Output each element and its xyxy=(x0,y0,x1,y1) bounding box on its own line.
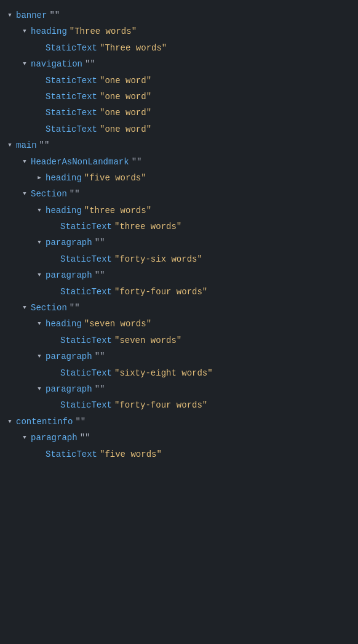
section2-para2-type: paragraph xyxy=(46,382,92,396)
banner-navigation-value: "" xyxy=(85,57,95,71)
section2-para1-node[interactable]: paragraph "" xyxy=(0,348,358,364)
nav-st1-type: StaticText xyxy=(46,74,97,87)
section1-para2-st-value: "forty-four words" xyxy=(114,285,207,299)
section2-para1-st-type: StaticText xyxy=(60,366,112,380)
section1-heading-value: "three words" xyxy=(84,204,151,217)
section1-para1-st-value: "forty-six words" xyxy=(114,252,202,266)
nav-st2-value: "one word" xyxy=(100,90,151,103)
contentinfo-para-st-type: StaticText xyxy=(46,448,97,461)
nav-st4-type: StaticText xyxy=(46,123,97,136)
banner-navigation-toggle[interactable] xyxy=(20,59,30,69)
section2-para2-st-value: "forty-four words" xyxy=(114,398,207,412)
section-1-node[interactable]: Section "" xyxy=(0,186,358,202)
section1-heading-statictext: StaticText "three words" xyxy=(0,219,358,235)
banner-navigation-type: navigation xyxy=(31,57,82,71)
banner-heading-statictext-node: StaticText "Three words" xyxy=(0,40,358,56)
section2-heading-st-value: "seven words" xyxy=(114,334,181,347)
contentinfo-para-statictext: StaticText "five words" xyxy=(0,446,358,462)
section2-para1-st-value: "sixty-eight words" xyxy=(114,366,213,380)
section1-heading-st-value: "three words" xyxy=(114,220,181,233)
section2-para2-toggle[interactable] xyxy=(34,384,44,394)
section2-heading-st-type: StaticText xyxy=(60,334,112,347)
contentinfo-para-node[interactable]: paragraph "" xyxy=(0,430,358,446)
section2-heading-toggle[interactable] xyxy=(34,320,44,329)
banner-toggle[interactable] xyxy=(5,10,15,20)
section1-para2-type: paragraph xyxy=(46,268,92,282)
banner-navigation-node[interactable]: navigation "" xyxy=(0,56,358,72)
banner-heading-value: "Three words" xyxy=(70,25,137,38)
nav-statictext-3: StaticText "one word" xyxy=(0,105,358,121)
section1-heading-toggle[interactable] xyxy=(34,206,44,215)
section2-para2-statictext: StaticText "forty-four words" xyxy=(0,397,358,413)
section1-para1-type: paragraph xyxy=(46,236,92,249)
section2-para2-st-type: StaticText xyxy=(60,398,112,412)
banner-heading-statictext-type: StaticText xyxy=(46,41,97,55)
section-1-toggle[interactable] xyxy=(20,189,30,199)
section1-para2-statictext: StaticText "forty-four words" xyxy=(0,284,358,300)
header-nonlandmark-value: "" xyxy=(132,155,142,169)
section-2-type: Section xyxy=(31,301,67,315)
header-heading-value: "five words" xyxy=(84,171,146,185)
section1-para2-node[interactable]: paragraph "" xyxy=(0,267,358,283)
section-2-value: "" xyxy=(70,301,80,315)
contentinfo-para-st-value: "five words" xyxy=(100,448,162,461)
section1-para1-node[interactable]: paragraph "" xyxy=(0,235,358,251)
nav-st3-type: StaticText xyxy=(46,106,97,119)
contentinfo-para-toggle[interactable] xyxy=(20,433,30,443)
section1-heading-node[interactable]: heading "three words" xyxy=(0,203,358,219)
nav-st1-value: "one word" xyxy=(100,74,151,87)
header-heading-toggle[interactable] xyxy=(34,173,44,183)
section2-para2-value: "" xyxy=(95,382,105,396)
section2-para1-type: paragraph xyxy=(46,350,92,363)
section-2-node[interactable]: Section "" xyxy=(0,300,358,316)
section2-heading-statictext: StaticText "seven words" xyxy=(0,332,358,348)
banner-heading-statictext-value: "Three words" xyxy=(100,41,167,55)
section2-para2-node[interactable]: paragraph "" xyxy=(0,381,358,397)
section1-para1-value: "" xyxy=(95,236,105,249)
contentinfo-toggle[interactable] xyxy=(5,417,15,427)
banner-node[interactable]: banner "" xyxy=(0,7,358,23)
header-nonlandmark-toggle[interactable] xyxy=(20,157,30,167)
section-1-type: Section xyxy=(31,187,67,201)
main-node[interactable]: main "" xyxy=(0,137,358,153)
section1-para1-toggle[interactable] xyxy=(34,238,44,248)
section1-heading-type: heading xyxy=(46,204,82,217)
section2-heading-value: "seven words" xyxy=(84,317,151,331)
nav-st3-value: "one word" xyxy=(100,106,151,119)
section1-para1-st-type: StaticText xyxy=(60,252,112,266)
contentinfo-para-type: paragraph xyxy=(31,431,78,445)
section1-para2-value: "" xyxy=(95,268,105,282)
section1-para2-toggle[interactable] xyxy=(34,270,44,280)
section2-para1-statictext: StaticText "sixty-eight words" xyxy=(0,365,358,381)
banner-value: "" xyxy=(49,9,60,22)
header-heading-node[interactable]: heading "five words" xyxy=(0,170,358,186)
section2-para1-value: "" xyxy=(95,350,105,363)
contentinfo-type: contentinfo xyxy=(16,415,73,429)
section2-heading-node[interactable]: heading "seven words" xyxy=(0,316,358,332)
section1-para1-statictext: StaticText "forty-six words" xyxy=(0,251,358,267)
section-2-toggle[interactable] xyxy=(20,303,30,313)
main-type: main xyxy=(16,139,37,152)
section2-para1-toggle[interactable] xyxy=(34,352,44,361)
contentinfo-node[interactable]: contentinfo "" xyxy=(0,414,358,430)
nav-statictext-2: StaticText "one word" xyxy=(0,89,358,105)
nav-st4-value: "one word" xyxy=(100,123,151,136)
section1-para2-st-type: StaticText xyxy=(60,285,112,299)
contentinfo-para-value: "" xyxy=(80,431,90,445)
header-nonlandmark-node[interactable]: HeaderAsNonLandmark "" xyxy=(0,154,358,170)
header-nonlandmark-type: HeaderAsNonLandmark xyxy=(31,155,129,169)
section1-heading-st-type: StaticText xyxy=(60,220,112,233)
banner-heading-type: heading xyxy=(31,25,67,38)
banner-type: banner xyxy=(16,9,47,22)
banner-heading-toggle[interactable] xyxy=(20,27,30,37)
accessibility-tree: banner "" heading "Three words" StaticTe… xyxy=(0,5,358,465)
section-1-value: "" xyxy=(70,187,80,201)
nav-statictext-4: StaticText "one word" xyxy=(0,121,358,137)
main-toggle[interactable] xyxy=(5,140,15,150)
main-value: "" xyxy=(39,139,50,152)
nav-st2-type: StaticText xyxy=(46,90,97,103)
banner-heading-node[interactable]: heading "Three words" xyxy=(0,23,358,39)
header-heading-type: heading xyxy=(46,171,82,185)
nav-statictext-1: StaticText "one word" xyxy=(0,73,358,89)
section2-heading-type: heading xyxy=(46,317,82,331)
